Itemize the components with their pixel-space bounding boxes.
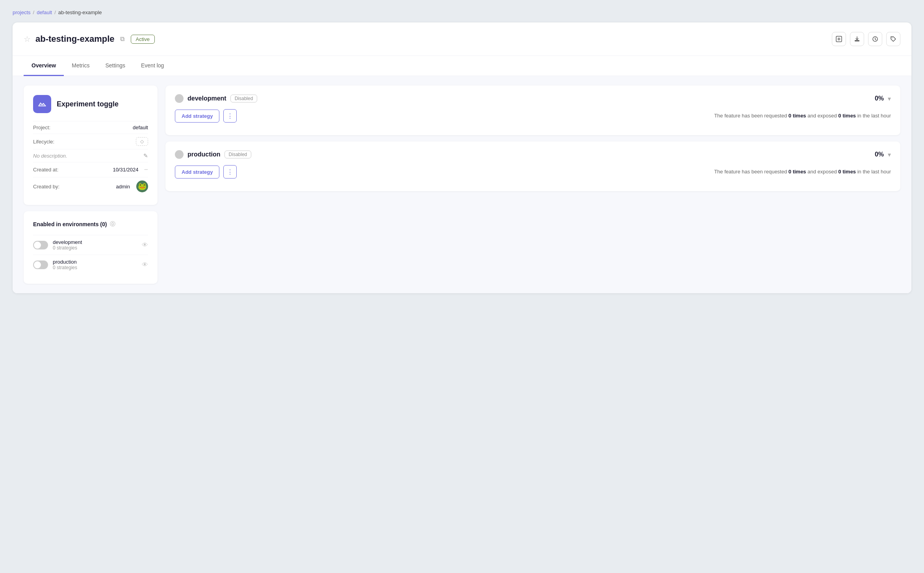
tag-icon-button[interactable] (886, 32, 900, 46)
main-card: ☆ ab-testing-example ⧉ Active (13, 22, 911, 293)
svg-point-5 (892, 37, 892, 38)
development-stats-text2: and exposed (806, 113, 839, 119)
tabs: Overview Metrics Settings Event log (13, 56, 911, 76)
production-env-info: production 0 strategies (53, 259, 137, 270)
clock-icon-button[interactable] (868, 32, 882, 46)
card-title: Experiment toggle (57, 100, 119, 108)
lifecycle-diamond-icon: ◇ (140, 139, 144, 144)
production-stats-text3: in the last hour (856, 169, 891, 175)
development-stats-bold2: 0 times (838, 113, 856, 119)
experiment-icon (33, 95, 51, 113)
description-row: No description. ✎ (33, 149, 148, 162)
development-env-info: development 0 strategies (53, 239, 137, 251)
info-lifecycle-row: Lifecycle: ◇ (33, 134, 148, 149)
development-stats-bold1: 0 times (789, 113, 806, 119)
feature-title: ab-testing-example (35, 34, 115, 44)
development-percent: 0% (875, 95, 884, 102)
development-toggle[interactable] (33, 241, 48, 249)
created-at-label: Created at: (33, 167, 72, 173)
production-disabled-badge: Disabled (225, 151, 252, 158)
star-icon[interactable]: ☆ (24, 34, 31, 44)
production-env-card: production Disabled 0% ▾ Add strategy ⋮ … (165, 141, 900, 191)
lifecycle-label: Lifecycle: (33, 139, 72, 145)
body: Experiment toggle Project: default Lifec… (13, 76, 911, 293)
production-more-button[interactable]: ⋮ (223, 165, 237, 179)
copy-icon[interactable]: ⧉ (120, 35, 124, 43)
svg-rect-3 (855, 40, 859, 41)
card-header: Experiment toggle (33, 95, 148, 113)
tab-event-log[interactable]: Event log (133, 56, 172, 76)
development-env-card: development Disabled 0% ▾ Add strategy ⋮… (165, 86, 900, 135)
breadcrumb: projects / default / ab-testing-example (13, 9, 911, 15)
info-project-row: Project: default (33, 121, 148, 134)
development-circle-icon (175, 94, 184, 103)
development-env-name: development (53, 239, 137, 245)
production-env-name: production (53, 259, 137, 265)
tab-metrics[interactable]: Metrics (64, 56, 97, 76)
right-panel: development Disabled 0% ▾ Add strategy ⋮… (165, 86, 900, 284)
env-row-production: production 0 strategies 👁 (33, 255, 148, 274)
production-card-name: production (187, 151, 221, 158)
created-at-value: 10/31/2024 (113, 167, 138, 173)
production-stats-text2: and exposed (806, 169, 839, 175)
info-created-by-row: Created by: admin 🐸 (33, 177, 148, 195)
info-created-at-row: Created at: 10/31/2024 − (33, 162, 148, 177)
production-eye-icon[interactable]: 👁 (142, 261, 148, 268)
created-by-value: admin (116, 184, 130, 190)
avatar-emoji: 🐸 (138, 182, 147, 191)
edit-icon[interactable]: ✎ (143, 153, 148, 159)
production-chevron-icon[interactable]: ▾ (888, 151, 891, 158)
breadcrumb-default[interactable]: default (37, 9, 52, 15)
tab-settings[interactable]: Settings (97, 56, 133, 76)
tab-overview[interactable]: Overview (24, 56, 64, 76)
production-circle-icon (175, 150, 184, 159)
lifecycle-badge[interactable]: ◇ (136, 137, 148, 146)
left-panel: Experiment toggle Project: default Lifec… (24, 86, 158, 284)
env-header: Enabled in environments (0) ⓪ (33, 221, 148, 228)
development-stats-text3: in the last hour (856, 113, 891, 119)
production-add-strategy-button[interactable]: Add strategy (175, 166, 219, 179)
minus-icon: − (144, 166, 148, 174)
production-stats-text1: The feature has been requested (714, 169, 789, 175)
development-env-strategies: 0 strategies (53, 245, 137, 251)
header-actions (832, 32, 900, 46)
development-env-stats: The feature has been requested 0 times a… (714, 112, 891, 120)
description-text: No description. (33, 153, 143, 159)
env-row-development: development 0 strategies 👁 (33, 235, 148, 255)
production-percent: 0% (875, 151, 884, 158)
development-disabled-badge: Disabled (230, 95, 258, 102)
help-icon[interactable]: ⓪ (110, 221, 115, 228)
project-value: default (133, 125, 148, 130)
development-chevron-icon[interactable]: ▾ (888, 95, 891, 102)
download-icon-button[interactable] (850, 32, 864, 46)
created-by-label: Created by: (33, 184, 72, 190)
development-eye-icon[interactable]: 👁 (142, 242, 148, 249)
active-badge: Active (131, 35, 155, 44)
development-more-button[interactable]: ⋮ (223, 109, 237, 123)
breadcrumb-sep1: / (33, 9, 35, 15)
project-label: Project: (33, 125, 72, 130)
development-card-name: development (187, 95, 226, 102)
production-toggle[interactable] (33, 260, 48, 269)
environments-card: Enabled in environments (0) ⓪ developmen… (24, 211, 158, 284)
production-env-strategies: 0 strategies (53, 265, 137, 270)
production-env-stats: The feature has been requested 0 times a… (714, 167, 891, 176)
add-icon-button[interactable] (832, 32, 846, 46)
development-stats-text1: The feature has been requested (714, 113, 789, 119)
env-title: Enabled in environments (0) (33, 221, 107, 227)
feature-header: ☆ ab-testing-example ⧉ Active (13, 22, 911, 56)
production-stats-bold2: 0 times (838, 169, 856, 175)
breadcrumb-current: ab-testing-example (58, 9, 102, 15)
production-stats-bold1: 0 times (789, 169, 806, 175)
breadcrumb-sep2: / (54, 9, 56, 15)
info-card: Experiment toggle Project: default Lifec… (24, 86, 158, 205)
avatar: 🐸 (136, 180, 148, 192)
development-add-strategy-button[interactable]: Add strategy (175, 110, 219, 123)
breadcrumb-projects[interactable]: projects (13, 9, 31, 15)
